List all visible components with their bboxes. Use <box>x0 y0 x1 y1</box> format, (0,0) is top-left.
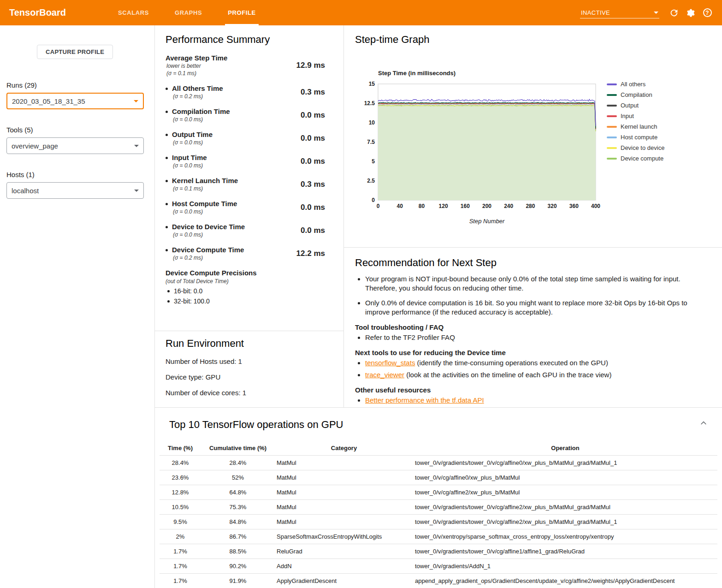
chevron-down-icon <box>134 190 139 192</box>
capture-profile-button[interactable]: CAPTURE PROFILE <box>37 45 113 59</box>
recommendation-sub-item: Better performance with the tf.data API <box>365 396 704 405</box>
step-time-chart-svg: 02.557.51012.515040801201602002402803203… <box>361 79 601 227</box>
help-icon[interactable]: ? <box>699 5 716 21</box>
refresh-icon[interactable] <box>666 5 682 21</box>
app-title: TensorBoard <box>0 0 75 25</box>
precisions-list: 16-bit: 0.032-bit: 100.0 <box>166 287 325 305</box>
tab-profile[interactable]: PROFILE <box>215 0 269 25</box>
svg-text:80: 80 <box>419 203 425 209</box>
runs-select-value: 2020_03_05_18_31_35 <box>12 97 85 105</box>
top-ops-table: Time (%)Cumulative time (%)CategoryOpera… <box>160 442 717 588</box>
runs-label: Runs (29) <box>6 81 154 89</box>
header-actions: INACTIVE ? <box>580 0 722 25</box>
legend-label: Output <box>621 102 639 109</box>
performance-summary-column: Performance Summary Average Step Timelow… <box>155 25 344 407</box>
legend-label: Input <box>621 113 634 119</box>
svg-text:15: 15 <box>369 81 375 87</box>
table-row: 10.5%75.3%MatMultower_0/v/gradients/towe… <box>160 500 717 515</box>
perf-metric-sigma: (σ = 0.1 ms) <box>173 185 238 192</box>
cumulative-time-cell: 75.3% <box>201 500 275 515</box>
operation-cell: tower_0/v/gradients/AddN_1 <box>413 559 717 574</box>
svg-text:12.5: 12.5 <box>364 100 375 107</box>
table-row: 9.5%84.8%MatMultower_0/v/gradients/tower… <box>160 515 717 529</box>
perf-metric-sigma: (σ = 0.1 ms) <box>166 70 227 77</box>
recommendation-sub-item: Refer to the TF2 Profiler FAQ <box>365 333 704 342</box>
perf-metric-row: All Others Time(σ = 0.2 ms)0.3 ms <box>166 84 325 100</box>
performance-summary-items: Average Step Timelower is better(σ = 0.1… <box>166 54 325 261</box>
precision-item: 16-bit: 0.0 <box>167 287 325 295</box>
perf-metric-value: 0.0 ms <box>301 134 325 143</box>
cumulative-time-cell: 64.8% <box>201 485 275 500</box>
perf-metric-row: Host Compute Time(σ = 0.0 ms)0.0 ms <box>166 200 325 215</box>
tab-graphs[interactable]: GRAPHS <box>162 0 215 25</box>
legend-label: Host compute <box>621 134 657 141</box>
table-row: 23.6%52%MatMultower_0/v/cg/affine0/xw_pl… <box>160 470 717 485</box>
legend-item: Output <box>607 102 664 109</box>
perf-metric-label: Device to Device Time <box>166 223 245 231</box>
step-time-chart: Step Time (in milliseconds) 02.557.51012… <box>361 70 713 229</box>
step-time-graph-card: Step-time Graph Step Time (in millisecon… <box>344 25 722 248</box>
time-percent-cell: 23.6% <box>160 470 201 485</box>
legend-label: Device to device <box>621 144 664 151</box>
perf-metric-sigma: (σ = 0.0 ms) <box>173 232 245 238</box>
legend-swatch <box>607 115 617 117</box>
recommendation-sub-list: tensorflow_stats (identify the time-cons… <box>355 358 704 380</box>
legend-swatch <box>607 83 617 85</box>
recommendation-link[interactable]: trace_viewer <box>365 371 404 379</box>
perf-metric-sigma: (σ = 0.0 ms) <box>173 162 207 169</box>
perf-metric-row: Device to Device Time(σ = 0.0 ms)0.0 ms <box>166 223 325 238</box>
recommendation-link[interactable]: tensorflow_stats <box>365 359 415 367</box>
bullet-dot <box>167 290 170 292</box>
hosts-select[interactable]: localhost <box>6 182 144 199</box>
perf-metric-text: Compilation Time(σ = 0.0 ms) <box>166 107 230 123</box>
operation-cell: tower_0/v/gradients/tower_0/v/cg/affine2… <box>413 515 717 529</box>
legend-label: Kernel launch <box>621 123 657 130</box>
svg-text:160: 160 <box>461 203 470 209</box>
chart-legend: All othersCompilationOutputInputKernel l… <box>607 81 664 229</box>
run-environment-line: Device type: GPU <box>166 373 330 381</box>
main-content: Performance Summary Average Step Timelow… <box>154 25 722 588</box>
cumulative-time-cell: 86.7% <box>201 529 275 544</box>
recommendation-link[interactable]: Better performance with the tf.data API <box>365 396 484 404</box>
svg-text:400: 400 <box>591 203 600 209</box>
status-select-value: INACTIVE <box>581 9 610 16</box>
operation-cell: tower_0/v/gradients/tower_0/v/cg/affine1… <box>413 544 717 559</box>
runs-select[interactable]: 2020_03_05_18_31_35 <box>6 93 144 109</box>
svg-text:200: 200 <box>482 203 491 209</box>
bullet-dot <box>166 157 168 159</box>
category-cell: MatMul <box>275 500 413 515</box>
perf-metric-text: Input Time(σ = 0.0 ms) <box>166 154 207 169</box>
tools-select[interactable]: overview_page <box>6 137 144 154</box>
hosts-label: Hosts (1) <box>6 171 154 178</box>
graph-recommendation-column: Step-time Graph Step Time (in millisecon… <box>344 25 722 407</box>
perf-metric-text: All Others Time(σ = 0.2 ms) <box>166 84 223 100</box>
perf-metric-row: Device Compute Time(σ = 0.2 ms)12.2 ms <box>166 246 325 261</box>
top-ops-column-header: Category <box>275 442 413 456</box>
recommendation-sub-list: Refer to the TF2 Profiler FAQ <box>355 333 704 342</box>
gear-icon[interactable] <box>682 5 699 21</box>
perf-metric-sigma: (σ = 0.0 ms) <box>173 139 213 146</box>
bullet-dot <box>166 111 168 113</box>
perf-metric-sigma: (σ = 0.2 ms) <box>173 255 244 261</box>
app-header: TensorBoard SCALARSGRAPHSPROFILE INACTIV… <box>0 0 722 25</box>
category-cell: ApplyGradientDescent <box>275 574 413 588</box>
legend-item: Device to device <box>607 144 664 151</box>
bullet-dot <box>166 134 168 136</box>
recommendation-title: Recommendation for Next Step <box>355 257 704 269</box>
bullet-dot <box>166 180 168 182</box>
help-question-glyph: ? <box>703 8 712 17</box>
chart-plot-area: Step Time (in milliseconds) 02.557.51012… <box>361 70 601 229</box>
cumulative-time-cell: 84.8% <box>201 515 275 529</box>
perf-metric-text: Average Step Timelower is better(σ = 0.1… <box>166 54 227 77</box>
perf-metric-label: All Others Time <box>166 84 223 92</box>
collapse-chevron-up-icon[interactable] <box>696 416 711 431</box>
tab-scalars[interactable]: SCALARS <box>105 0 162 25</box>
top-ops-title: Top 10 TensorFlow operations on GPU <box>169 419 722 431</box>
time-percent-cell: 9.5% <box>160 515 201 529</box>
top-ops-column-header: Operation <box>413 442 717 456</box>
recommendation-bullet: Your program is NOT input-bound because … <box>365 274 704 293</box>
status-select[interactable]: INACTIVE <box>580 7 659 18</box>
time-percent-cell: 1.7% <box>160 559 201 574</box>
table-row: 1.7%90.2%AddNtower_0/v/gradients/AddN_1 <box>160 559 717 574</box>
top-ops-column-header: Time (%) <box>160 442 201 456</box>
